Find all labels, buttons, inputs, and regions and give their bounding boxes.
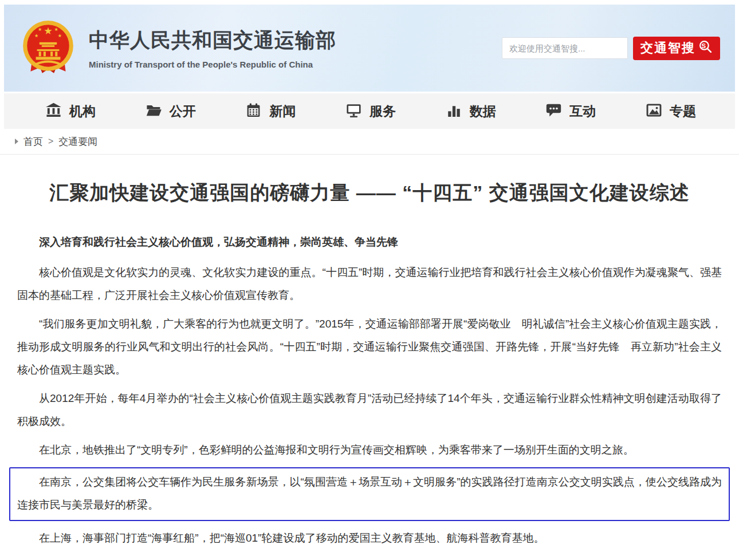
article-title: 汇聚加快建设交通强国的磅礴力量 —— “十四五” 交通强国文化建设综述 <box>17 180 722 206</box>
picture-icon <box>646 102 662 121</box>
nav-item-zhuanti[interactable]: 专题 <box>646 102 696 121</box>
main-navbar: 机构 公开 新闻 <box>4 93 735 129</box>
speech-bubble-icon <box>545 102 562 121</box>
nav-label: 互动 <box>569 102 596 120</box>
breadcrumb-home-link[interactable]: 首页 <box>23 135 43 148</box>
nav-label: 机构 <box>69 102 96 120</box>
search-area: 交通智搜 S <box>502 37 720 60</box>
breadcrumb-separator: > <box>48 136 53 147</box>
nav-label: 公开 <box>170 102 196 120</box>
nav-item-fuwu[interactable]: 服务 <box>345 102 396 121</box>
svg-text:S: S <box>702 42 707 49</box>
nav-item-jigou[interactable]: 机构 <box>45 102 96 121</box>
china-national-emblem-logo: ★ ★ ★ ★ ★ <box>19 18 77 78</box>
breadcrumb: 首页 > 交通要闻 <box>0 129 739 155</box>
nav-label: 新闻 <box>269 102 296 120</box>
bank-icon <box>45 102 62 121</box>
nav-item-shuju[interactable]: 数据 <box>446 102 496 121</box>
article-paragraph: 核心价值观是文化软实力的灵魂、文化软实力建设的重点。“十四五”时期，交通运输行业… <box>17 261 722 307</box>
nav-item-xinwen[interactable]: 新闻 <box>245 102 296 121</box>
breadcrumb-current: 交通要闻 <box>58 135 97 148</box>
article-lead: 深入培育和践行社会主义核心价值观，弘扬交通精神，崇尚英雄、争当先锋 <box>17 232 722 252</box>
site-banner: ★ ★ ★ ★ ★ 中华人民共和国交通运输部 Ministry of Trans… <box>4 5 735 92</box>
svg-text:★: ★ <box>34 33 38 38</box>
svg-text:★: ★ <box>38 27 42 32</box>
magnifier-s-icon: S <box>698 40 713 57</box>
monitor-icon <box>345 102 362 121</box>
nav-label: 数据 <box>470 102 496 120</box>
calendar-icon <box>245 102 262 121</box>
svg-text:★: ★ <box>54 27 58 32</box>
highlighted-paragraph-box: 在南京，公交集团将公交车辆作为民生服务新场景，以“氛围营造＋场景互动＋文明服务”… <box>9 467 730 521</box>
site-subtitle: Ministry of Transport of the People's Re… <box>89 60 336 69</box>
site-title-block: 中华人民共和国交通运输部 Ministry of Transport of th… <box>89 27 336 69</box>
article-paragraph: 从2012年开始，每年4月举办的“社会主义核心价值观主题实践教育月”活动已经持续… <box>17 387 722 433</box>
search-button-label: 交通智搜 <box>640 40 695 57</box>
folder-icon <box>146 102 162 121</box>
breadcrumb-arrow-icon <box>15 139 18 144</box>
svg-text:★: ★ <box>58 33 62 38</box>
article-paragraph: 在北京，地铁推出了“文明专列”，色彩鲜明的公益海报和文明行为宣传画交相辉映，为乘… <box>17 439 722 462</box>
nav-label: 专题 <box>670 102 696 120</box>
smart-search-button[interactable]: 交通智搜 S <box>633 37 720 60</box>
article: 汇聚加快建设交通强国的磅礴力量 —— “十四五” 交通强国文化建设综述 深入培育… <box>0 155 739 560</box>
bar-chart-icon <box>446 102 462 121</box>
nav-item-hudong[interactable]: 互动 <box>545 102 596 121</box>
article-paragraph: 在上海，海事部门打造“海事红船”，把“海巡01”轮建设成了移动的爱国主义教育基地… <box>17 527 722 550</box>
nav-label: 服务 <box>370 102 396 120</box>
article-paragraph-highlighted: 在南京，公交集团将公交车辆作为民生服务新场景，以“氛围营造＋场景互动＋文明服务”… <box>17 471 722 516</box>
article-paragraph: “我们服务更加文明礼貌，广大乘客的行为也就更文明了。”2015年，交通运输部部署… <box>17 313 722 381</box>
nav-item-gongkai[interactable]: 公开 <box>146 102 196 121</box>
svg-text:★: ★ <box>44 25 53 37</box>
site-title: 中华人民共和国交通运输部 <box>89 27 336 54</box>
search-input[interactable] <box>502 37 628 59</box>
